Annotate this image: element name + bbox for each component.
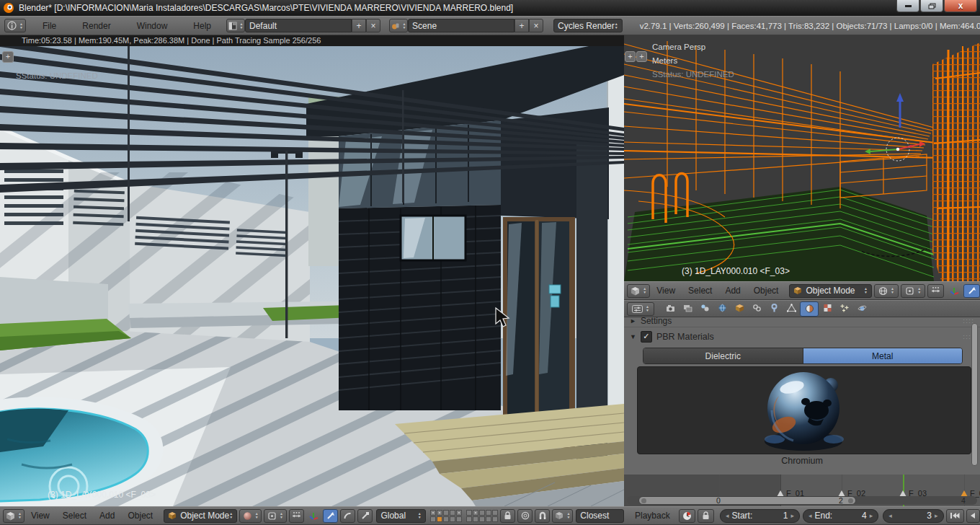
layers-widget-group2[interactable] <box>466 510 498 522</box>
timeline-editor[interactable]: F_01 F_02 F_03 F_04 0 2 4 <box>624 475 980 506</box>
render-tab[interactable] <box>662 301 679 315</box>
wireframe-viewport[interactable]: + + Camera Persp Meters SStatus: UNDEFIN… <box>624 35 980 281</box>
menu-object[interactable]: Object <box>121 511 159 521</box>
texture-tab[interactable] <box>819 301 836 315</box>
screen-layout-field[interactable]: Default <box>245 19 352 32</box>
proportional-edit-button[interactable] <box>517 509 533 523</box>
current-frame-field[interactable]: ◂3▸ <box>883 509 943 523</box>
toolshelf-expand-tab[interactable]: + <box>2 51 14 63</box>
render-layers-tab[interactable] <box>679 301 696 315</box>
prev-keyframe-button[interactable] <box>966 509 980 523</box>
axes-icon-button[interactable] <box>946 284 961 298</box>
editor-type-3dview-button[interactable]: ▲▼ <box>3 509 24 523</box>
menu-render[interactable]: Render <box>76 21 117 31</box>
properties-scrollbar[interactable] <box>971 323 978 466</box>
settings-panel-header[interactable]: ► Settings ········ <box>624 317 980 327</box>
menu-window[interactable]: Window <box>130 21 174 31</box>
pivot-icon <box>905 286 914 296</box>
add-layout-button[interactable]: + <box>352 19 366 32</box>
layers-widget-group1[interactable] <box>430 510 462 522</box>
pivot-point-button[interactable]: ▲▼ <box>264 509 286 523</box>
frame-number: 4 <box>961 496 966 505</box>
collapse-arrow-icon: ► <box>630 317 636 325</box>
toolshelf-expand-tab[interactable]: + <box>625 51 636 62</box>
menu-add[interactable]: Add <box>718 286 747 296</box>
editor-type-info-button[interactable]: ▲▼ <box>4 19 26 32</box>
rotate-manipulator-button[interactable] <box>340 509 355 523</box>
scale-manipulator-button[interactable] <box>357 509 373 523</box>
cube-icon <box>631 286 640 296</box>
translate-manipulator-button[interactable] <box>323 509 338 523</box>
editor-type-properties-button[interactable]: ▲▼ <box>627 302 654 316</box>
object-mode-cube-icon <box>168 511 177 520</box>
close-button[interactable]: x <box>944 0 977 12</box>
transform-orientation-select[interactable]: Global▲▼ <box>376 509 425 523</box>
jump-to-start-button[interactable] <box>946 509 964 523</box>
lock-frame-button[interactable] <box>698 509 714 523</box>
properties-panel: ► Settings ········ ▼ ✓ PBR Materials ··… <box>624 317 980 475</box>
manipulator-toggle-button[interactable] <box>289 509 304 523</box>
frame-number: 0 <box>716 496 721 505</box>
menu-view[interactable]: View <box>650 286 682 296</box>
pbr-enabled-checkbox[interactable]: ✓ <box>641 331 652 343</box>
restore-button[interactable] <box>920 0 943 12</box>
translate-manipulator-button[interactable] <box>963 284 980 298</box>
viewport-shading-button[interactable]: ▲▼ <box>239 509 262 523</box>
sync-playback-button[interactable] <box>679 509 695 523</box>
constraints-tab[interactable] <box>748 301 765 315</box>
jump-start-icon <box>950 512 960 519</box>
start-frame-field[interactable]: ◂Start: 1▸ <box>720 509 800 523</box>
menu-select[interactable]: Select <box>682 286 718 296</box>
snap-toggle-button[interactable] <box>535 509 550 523</box>
menu-playback[interactable]: Playback <box>628 511 677 521</box>
editor-type-3dview-button[interactable]: ▲▼ <box>627 284 650 298</box>
scene-icon[interactable]: ▲▼ <box>389 19 408 32</box>
clock-icon <box>682 511 692 521</box>
tab-dielectric[interactable]: Dielectric <box>643 348 803 363</box>
move-widget-icon <box>292 511 301 521</box>
render-status-line: Time:05:23.58 | Mem:190.45M, Peak:286.38… <box>0 35 624 46</box>
axes-icon-button[interactable] <box>306 509 321 523</box>
scene-tab[interactable] <box>696 301 713 315</box>
timeline-scrollbar[interactable] <box>638 496 856 505</box>
translate-arrow-icon <box>326 511 335 521</box>
modifiers-tab[interactable] <box>765 301 783 315</box>
snap-element-button[interactable]: ▲▼ <box>552 509 573 523</box>
tab-metal[interactable]: Metal <box>803 348 963 363</box>
lock-to-scene-button[interactable] <box>500 509 515 523</box>
physics-tab[interactable] <box>853 301 870 315</box>
viewport-shading-button[interactable]: ▲▼ <box>874 284 899 298</box>
properties-header: ▲▼ <box>624 300 980 317</box>
world-tab[interactable] <box>713 301 731 315</box>
close-scene-button[interactable]: × <box>529 19 543 32</box>
object-data-tab[interactable] <box>783 301 800 315</box>
close-layout-button[interactable]: × <box>366 19 380 32</box>
render-engine-select[interactable]: Cycles Render▲▼ <box>553 19 623 32</box>
scene-selector: ▲▼ Scene + × <box>389 19 543 32</box>
pivot-point-button[interactable]: ▲▼ <box>901 284 925 298</box>
properties-expand-tab[interactable]: + <box>636 51 647 62</box>
mode-select[interactable]: Object Mode▲▼ <box>164 509 237 523</box>
manipulator-toggle-button[interactable] <box>927 284 944 298</box>
menu-file[interactable]: File <box>36 21 63 31</box>
minimize-button[interactable] <box>896 0 919 12</box>
render-viewport[interactable]: Time:05:23.58 | Mem:190.45M, Peak:286.38… <box>0 35 624 506</box>
scene-field[interactable]: Scene <box>408 19 514 32</box>
menu-object[interactable]: Object <box>747 286 785 296</box>
particles-tab[interactable] <box>836 301 853 315</box>
add-scene-button[interactable]: + <box>514 19 529 32</box>
expand-arrow-icon: ▼ <box>630 333 636 340</box>
menu-select[interactable]: Select <box>56 511 93 521</box>
menu-add[interactable]: Add <box>93 511 121 521</box>
mode-select[interactable]: Object Mode▲▼ <box>789 284 872 298</box>
end-frame-field[interactable]: ◂End: 4▸ <box>803 509 878 523</box>
pbr-materials-panel-header[interactable]: ▼ ✓ PBR Materials ········ <box>624 327 980 346</box>
menu-view[interactable]: View <box>24 511 56 521</box>
axes-icon <box>308 511 318 521</box>
view3d-header: ▲▼ View Select Add Object Object Mode▲▼ … <box>0 506 624 525</box>
snap-target-select[interactable]: Closest <box>576 509 624 523</box>
object-tab[interactable] <box>731 301 748 315</box>
screen-layout-icon[interactable]: ▲▼ <box>226 19 245 32</box>
material-tab[interactable] <box>800 301 819 317</box>
menu-help[interactable]: Help <box>187 21 218 31</box>
